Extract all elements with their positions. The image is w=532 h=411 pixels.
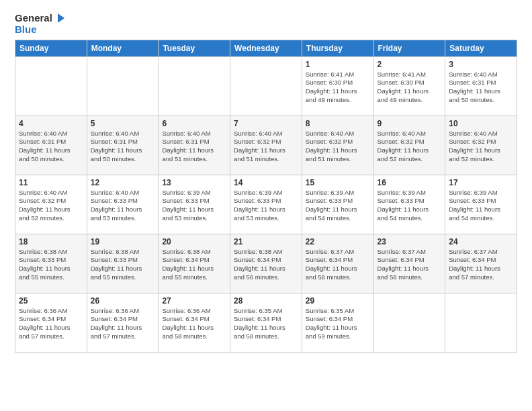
day-number: 5 (91, 119, 155, 128)
calendar-cell: 12Sunrise: 6:40 AMSunset: 6:33 PMDayligh… (87, 175, 159, 234)
day-number: 17 (449, 178, 513, 187)
day-number: 6 (162, 119, 226, 128)
header: General Blue (15, 12, 517, 36)
weekday-header-sunday: Sunday (15, 40, 87, 56)
day-number: 7 (234, 119, 298, 128)
day-number: 19 (91, 237, 155, 246)
day-info: Sunrise: 6:39 AMSunset: 6:33 PMDaylight:… (378, 189, 442, 223)
day-number: 11 (19, 178, 83, 187)
calendar-cell (445, 293, 517, 352)
day-info: Sunrise: 6:36 AMSunset: 6:34 PMDaylight:… (91, 307, 155, 341)
day-number: 26 (91, 296, 155, 306)
day-number: 9 (378, 119, 442, 128)
day-info: Sunrise: 6:38 AMSunset: 6:33 PMDaylight:… (91, 248, 155, 282)
page: General Blue SundayMondayTuesdayWednesda… (0, 0, 532, 361)
calendar-cell: 18Sunrise: 6:38 AMSunset: 6:33 PMDayligh… (15, 234, 87, 293)
day-info: Sunrise: 6:39 AMSunset: 6:33 PMDaylight:… (162, 189, 226, 223)
calendar-cell (15, 56, 87, 116)
weekday-header-saturday: Saturday (445, 40, 517, 56)
calendar-cell: 21Sunrise: 6:38 AMSunset: 6:34 PMDayligh… (230, 234, 302, 293)
day-number: 4 (19, 119, 83, 128)
day-number: 10 (449, 119, 513, 128)
logo-text: General Blue (15, 12, 66, 36)
calendar-cell (159, 56, 230, 116)
calendar-cell: 25Sunrise: 6:36 AMSunset: 6:34 PMDayligh… (15, 293, 87, 352)
calendar-cell: 13Sunrise: 6:39 AMSunset: 6:33 PMDayligh… (159, 175, 230, 234)
day-info: Sunrise: 6:39 AMSunset: 6:33 PMDaylight:… (306, 189, 370, 223)
calendar-cell: 1Sunrise: 6:41 AMSunset: 6:30 PMDaylight… (302, 56, 373, 116)
calendar-cell: 15Sunrise: 6:39 AMSunset: 6:33 PMDayligh… (302, 175, 373, 234)
weekday-header-thursday: Thursday (302, 40, 373, 56)
day-info: Sunrise: 6:37 AMSunset: 6:34 PMDaylight:… (449, 248, 513, 282)
day-number: 15 (306, 178, 370, 187)
day-number: 22 (306, 237, 370, 246)
day-info: Sunrise: 6:37 AMSunset: 6:34 PMDaylight:… (378, 248, 442, 282)
day-info: Sunrise: 6:38 AMSunset: 6:34 PMDaylight:… (162, 248, 226, 282)
logo-blue: Blue (15, 24, 66, 36)
svg-marker-0 (58, 13, 64, 23)
day-info: Sunrise: 6:36 AMSunset: 6:34 PMDaylight:… (19, 307, 83, 341)
calendar-cell: 26Sunrise: 6:36 AMSunset: 6:34 PMDayligh… (87, 293, 159, 352)
day-number: 25 (19, 296, 83, 306)
weekday-header-monday: Monday (87, 40, 159, 56)
day-number: 14 (234, 178, 298, 187)
day-info: Sunrise: 6:40 AMSunset: 6:32 PMDaylight:… (306, 130, 370, 164)
calendar-cell: 20Sunrise: 6:38 AMSunset: 6:34 PMDayligh… (159, 234, 230, 293)
logo-arrow-icon (54, 12, 66, 24)
calendar-week-5: 25Sunrise: 6:36 AMSunset: 6:34 PMDayligh… (15, 293, 517, 352)
day-number: 27 (162, 296, 226, 306)
day-info: Sunrise: 6:39 AMSunset: 6:33 PMDaylight:… (234, 189, 298, 223)
calendar-cell: 16Sunrise: 6:39 AMSunset: 6:33 PMDayligh… (373, 175, 445, 234)
day-info: Sunrise: 6:40 AMSunset: 6:32 PMDaylight:… (378, 130, 442, 164)
calendar-cell: 4Sunrise: 6:40 AMSunset: 6:31 PMDaylight… (15, 116, 87, 175)
weekday-header-friday: Friday (373, 40, 445, 56)
day-info: Sunrise: 6:40 AMSunset: 6:31 PMDaylight:… (19, 130, 83, 164)
logo: General Blue (15, 12, 66, 36)
day-number: 12 (91, 178, 155, 187)
day-info: Sunrise: 6:40 AMSunset: 6:31 PMDaylight:… (162, 130, 226, 164)
day-number: 29 (306, 296, 370, 306)
day-number: 18 (19, 237, 83, 246)
calendar-cell: 23Sunrise: 6:37 AMSunset: 6:34 PMDayligh… (373, 234, 445, 293)
day-number: 21 (234, 237, 298, 246)
day-number: 24 (449, 237, 513, 246)
day-info: Sunrise: 6:40 AMSunset: 6:32 PMDaylight:… (234, 130, 298, 164)
calendar-cell (373, 293, 445, 352)
calendar-cell: 9Sunrise: 6:40 AMSunset: 6:32 PMDaylight… (373, 116, 445, 175)
day-info: Sunrise: 6:40 AMSunset: 6:31 PMDaylight:… (449, 71, 513, 105)
weekday-header-wednesday: Wednesday (230, 40, 302, 56)
calendar-cell: 10Sunrise: 6:40 AMSunset: 6:32 PMDayligh… (445, 116, 517, 175)
day-number: 28 (234, 296, 298, 306)
calendar-table: SundayMondayTuesdayWednesdayThursdayFrid… (15, 40, 517, 353)
calendar-cell: 8Sunrise: 6:40 AMSunset: 6:32 PMDaylight… (302, 116, 373, 175)
calendar-cell: 17Sunrise: 6:39 AMSunset: 6:33 PMDayligh… (445, 175, 517, 234)
calendar-cell: 29Sunrise: 6:35 AMSunset: 6:34 PMDayligh… (302, 293, 373, 352)
day-info: Sunrise: 6:40 AMSunset: 6:32 PMDaylight:… (449, 130, 513, 164)
day-info: Sunrise: 6:37 AMSunset: 6:34 PMDaylight:… (306, 248, 370, 282)
calendar-cell: 27Sunrise: 6:36 AMSunset: 6:34 PMDayligh… (159, 293, 230, 352)
day-number: 8 (306, 119, 370, 128)
calendar-cell: 6Sunrise: 6:40 AMSunset: 6:31 PMDaylight… (159, 116, 230, 175)
day-info: Sunrise: 6:36 AMSunset: 6:34 PMDaylight:… (162, 307, 226, 341)
day-info: Sunrise: 6:40 AMSunset: 6:32 PMDaylight:… (19, 189, 83, 223)
calendar-week-1: 1Sunrise: 6:41 AMSunset: 6:30 PMDaylight… (15, 56, 517, 116)
calendar-week-4: 18Sunrise: 6:38 AMSunset: 6:33 PMDayligh… (15, 234, 517, 293)
calendar-cell: 5Sunrise: 6:40 AMSunset: 6:31 PMDaylight… (87, 116, 159, 175)
calendar-cell: 22Sunrise: 6:37 AMSunset: 6:34 PMDayligh… (302, 234, 373, 293)
weekday-header-tuesday: Tuesday (159, 40, 230, 56)
day-info: Sunrise: 6:38 AMSunset: 6:33 PMDaylight:… (19, 248, 83, 282)
day-number: 23 (378, 237, 442, 246)
day-info: Sunrise: 6:38 AMSunset: 6:34 PMDaylight:… (234, 248, 298, 282)
calendar-cell: 3Sunrise: 6:40 AMSunset: 6:31 PMDaylight… (445, 56, 517, 116)
day-number: 1 (306, 60, 370, 69)
logo-general: General (15, 13, 52, 24)
weekday-header-row: SundayMondayTuesdayWednesdayThursdayFrid… (15, 40, 517, 56)
day-info: Sunrise: 6:41 AMSunset: 6:30 PMDaylight:… (378, 71, 442, 105)
day-number: 16 (378, 178, 442, 187)
day-info: Sunrise: 6:40 AMSunset: 6:33 PMDaylight:… (91, 189, 155, 223)
calendar-cell: 7Sunrise: 6:40 AMSunset: 6:32 PMDaylight… (230, 116, 302, 175)
calendar-cell: 24Sunrise: 6:37 AMSunset: 6:34 PMDayligh… (445, 234, 517, 293)
day-number: 20 (162, 237, 226, 246)
day-info: Sunrise: 6:35 AMSunset: 6:34 PMDaylight:… (234, 307, 298, 341)
calendar-cell (230, 56, 302, 116)
